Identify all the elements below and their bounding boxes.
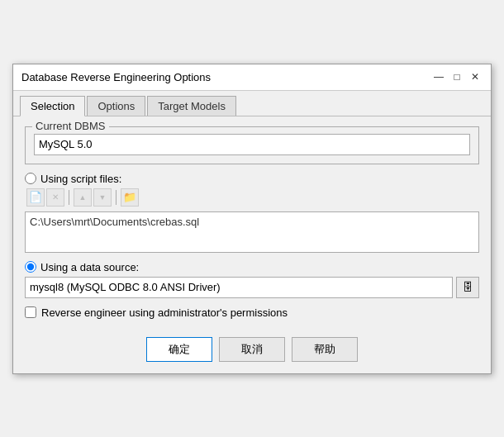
confirm-button[interactable]: 确定 — [146, 337, 212, 362]
admin-permissions-label: Reverse engineer using administrator's p… — [41, 306, 288, 319]
data-source-radio-row: Using a data source: — [25, 261, 479, 273]
script-toolbar: 📄 ✕ ▲ ▼ 📁 — [25, 188, 479, 207]
data-source-row: 🗄 — [25, 277, 479, 298]
file-path: C:\Users\mrt\Documents\crebas.sql — [30, 216, 199, 228]
data-source-label: Using a data source: — [40, 261, 139, 273]
database-icon: 🗄 — [463, 281, 473, 293]
tab-bar: Selection Options Target Models — [13, 91, 491, 116]
script-files-radio[interactable] — [25, 173, 36, 184]
data-source-browse-button[interactable]: 🗄 — [456, 277, 479, 298]
help-button[interactable]: 帮助 — [292, 337, 358, 362]
minimize-button[interactable]: — — [431, 69, 446, 84]
toolbar-separator-2 — [116, 190, 116, 205]
window-title: Database Reverse Engineering Options — [21, 71, 211, 83]
admin-permissions-checkbox[interactable] — [25, 306, 36, 318]
toolbar-separator — [69, 190, 69, 205]
move-up-button[interactable]: ▲ — [74, 188, 92, 207]
file-list: C:\Users\mrt\Documents\crebas.sql — [25, 211, 479, 253]
script-files-label: Using script files: — [40, 173, 121, 185]
close-button[interactable]: ✕ — [468, 69, 483, 84]
script-files-section: Using script files: 📄 ✕ ▲ ▼ 📁 — [25, 173, 479, 253]
browse-files-button[interactable]: 📁 — [121, 188, 139, 207]
tab-selection[interactable]: Selection — [20, 96, 85, 116]
title-bar: Database Reverse Engineering Options — □… — [13, 64, 491, 91]
add-file-button[interactable]: 📄 — [26, 188, 45, 207]
cancel-button[interactable]: 取消 — [219, 337, 285, 362]
data-source-section: Using a data source: 🗄 — [25, 261, 479, 298]
tab-options[interactable]: Options — [87, 96, 145, 116]
main-window: Database Reverse Engineering Options — □… — [12, 64, 492, 374]
current-dbms-input[interactable] — [34, 134, 470, 155]
current-dbms-group: Current DBMS — [25, 126, 479, 164]
remove-file-button[interactable]: ✕ — [46, 188, 64, 207]
move-down-button[interactable]: ▼ — [93, 188, 112, 207]
footer: 确定 取消 帮助 — [13, 329, 491, 373]
data-source-input[interactable] — [25, 277, 453, 298]
tab-target-models[interactable]: Target Models — [147, 96, 236, 116]
data-source-radio[interactable] — [25, 261, 36, 273]
maximize-button[interactable]: □ — [449, 69, 464, 84]
current-dbms-label: Current DBMS — [32, 120, 109, 132]
admin-permissions-row: Reverse engineer using administrator's p… — [25, 306, 479, 319]
content-area: Current DBMS Using script files: 📄 ✕ ▲ — [13, 116, 491, 329]
window-controls: — □ ✕ — [431, 69, 483, 84]
script-files-radio-row: Using script files: — [25, 173, 479, 185]
